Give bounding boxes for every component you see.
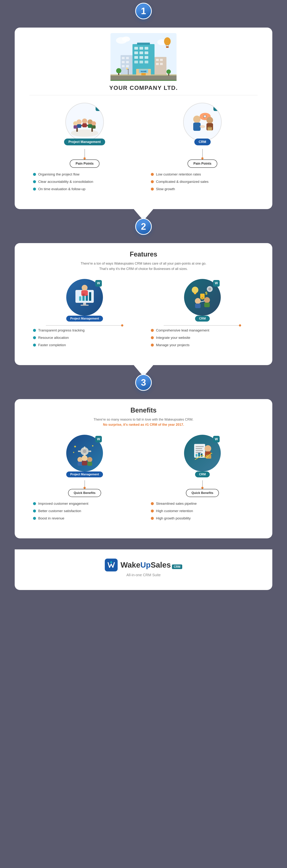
section3-crm-quick-btn[interactable]: Quick Benefits <box>186 489 219 497</box>
section2-badge: 2 <box>135 218 152 235</box>
svg-rect-19 <box>140 61 143 63</box>
section1-bg: 1 <box>0 0 287 226</box>
svg-point-94 <box>83 450 86 453</box>
section3-card-inner: Benefits There're so many reasons to fal… <box>15 399 272 528</box>
section2-pm-list: Transparent progress tracking Resource a… <box>29 328 140 350</box>
section2-pm-svg <box>70 283 99 312</box>
svg-point-62 <box>193 116 201 123</box>
svg-rect-76 <box>89 292 91 301</box>
s2crm-dot-2 <box>151 336 154 339</box>
svg-rect-26 <box>126 61 129 63</box>
section2-crm-list: Comprehensive lead management Integrate … <box>147 328 258 350</box>
svg-point-66 <box>207 117 213 123</box>
section3-card: Benefits There're so many reasons to fal… <box>15 399 272 538</box>
section3-pm-vert <box>84 480 85 487</box>
svg-rect-15 <box>134 56 138 59</box>
svg-rect-109 <box>195 446 204 447</box>
footer-bg: WakeUpSalesCRM All-in-one CRM Suite <box>0 549 287 605</box>
section3-badge-row: 3 <box>0 382 287 399</box>
section2-right-col: W $ <box>147 279 258 350</box>
pm-dot-3 <box>33 188 36 190</box>
svg-rect-95 <box>84 446 85 449</box>
svg-point-84 <box>208 287 211 290</box>
section2-crm-circle: W $ <box>184 279 221 316</box>
svg-rect-31 <box>160 59 163 61</box>
section1-two-col: W <box>29 103 258 194</box>
svg-rect-14 <box>145 52 148 54</box>
section3-crm-w-icon: W <box>213 436 220 442</box>
svg-rect-73 <box>79 297 81 301</box>
section3-left-col: W <box>29 435 140 524</box>
s3pm-dot-1 <box>33 502 36 505</box>
section3-pm-quick-btn[interactable]: Quick Benefits <box>68 489 101 497</box>
svg-rect-97 <box>78 451 80 452</box>
pm-dot-2 <box>33 180 36 183</box>
svg-rect-57 <box>88 124 92 128</box>
svg-rect-55 <box>82 123 87 127</box>
svg-rect-75 <box>86 295 88 301</box>
pm-illustration: W <box>65 103 104 141</box>
section2-titles: Features There're a ton of ways Wakeupsa… <box>29 250 258 272</box>
footer-w-icon <box>105 559 118 571</box>
svg-rect-102 <box>82 461 87 465</box>
footer-crm-badge: CRM <box>172 564 182 569</box>
svg-rect-16 <box>140 56 143 59</box>
svg-rect-89 <box>204 303 210 307</box>
section2-pm-item-3: Faster completion <box>33 343 136 347</box>
pm-item-1: Organising the project flow <box>33 172 136 176</box>
building-svg: NAME <box>110 33 177 81</box>
section2-subtitle: There're a ton of ways Wakeupsales CRM t… <box>79 261 208 272</box>
svg-point-54 <box>82 119 87 124</box>
crm-dot <box>201 157 204 159</box>
crm-pain-points-btn[interactable]: Pain Points <box>187 159 217 168</box>
crm-dot-2 <box>151 180 154 183</box>
svg-text:NAME: NAME <box>141 70 147 72</box>
svg-point-58 <box>73 121 78 126</box>
svg-rect-32 <box>156 63 159 65</box>
section2-card: Features There're a ton of ways Wakeupsa… <box>15 243 272 365</box>
crm-bullet-list: Low customer retention rates Complicated… <box>147 172 258 194</box>
section2-pm-item-2: Resource allocation <box>33 336 136 340</box>
svg-rect-27 <box>122 65 124 67</box>
svg-text:★: ★ <box>74 445 76 448</box>
pm-dot-1 <box>33 173 36 176</box>
footer-card: WakeUpSalesCRM All-in-one CRM Suite <box>15 549 272 590</box>
section3-right-col: W <box>147 435 258 524</box>
s2crm-dot-3 <box>151 344 154 346</box>
section1-badge-row: 1 <box>0 11 287 28</box>
section3-pm-item-2: Better customer satisfaction <box>33 509 136 513</box>
svg-rect-61 <box>92 125 96 129</box>
section3-crm-label: CRM <box>195 471 210 477</box>
section1-card: NAME YOUR COMPANY LTD. <box>15 28 272 209</box>
svg-rect-63 <box>193 123 201 131</box>
section2-pm-divider <box>46 325 123 326</box>
section2-left-col: W <box>29 279 140 350</box>
svg-point-81 <box>192 287 199 293</box>
svg-point-79 <box>82 285 87 291</box>
section3-two-col: W <box>29 435 258 524</box>
crm-illustration-1: W 💬 <box>183 103 222 141</box>
svg-rect-45 <box>128 69 129 75</box>
svg-text:🏆: 🏆 <box>201 295 204 298</box>
svg-rect-23 <box>122 57 124 59</box>
svg-rect-24 <box>126 57 129 59</box>
pm-item-2: Clear accountability & consolidation <box>33 180 136 184</box>
section3-pm-item-3: Boost in revenue <box>33 516 136 520</box>
pm-pain-points-btn[interactable]: Pain Points <box>70 159 100 168</box>
svg-rect-91 <box>201 299 204 300</box>
section2-card-inner: Features There're a ton of ways Wakeupsa… <box>15 243 272 354</box>
section2-crm-w-icon: W <box>213 280 220 287</box>
svg-rect-10 <box>140 47 143 50</box>
section3-crm-list: Streamlined sales pipeline High customer… <box>147 502 258 524</box>
svg-rect-53 <box>77 124 81 128</box>
section2-crm-label: CRM <box>195 316 210 321</box>
svg-rect-13 <box>140 52 143 54</box>
section2-title: Features <box>29 250 258 258</box>
section1-badge: 1 <box>135 3 152 19</box>
svg-rect-30 <box>156 59 159 61</box>
section3-crm-circle: W <box>184 435 221 471</box>
s2pm-dot-3 <box>33 344 36 346</box>
svg-rect-80 <box>81 290 88 296</box>
svg-point-48 <box>71 129 98 137</box>
s3pm-dot-2 <box>33 509 36 513</box>
